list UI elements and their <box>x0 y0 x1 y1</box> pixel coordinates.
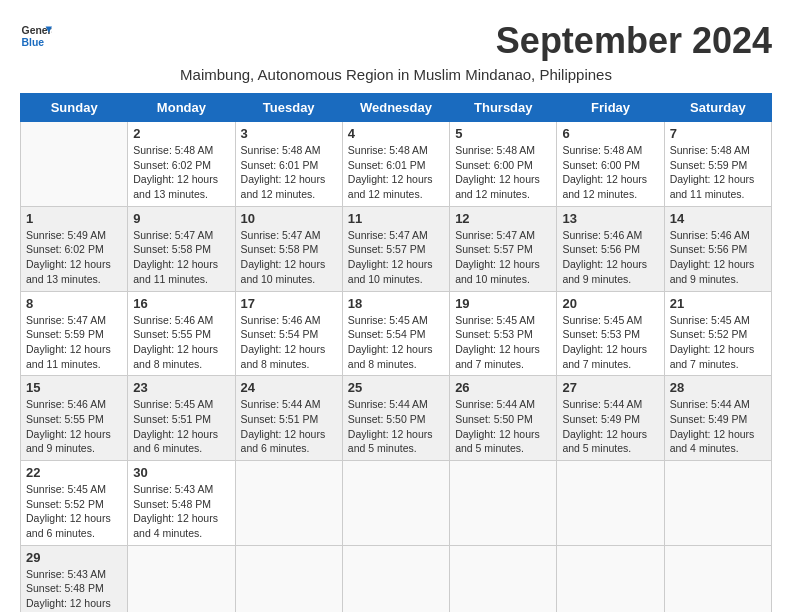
calendar-header-row: Sunday Monday Tuesday Wednesday Thursday… <box>21 94 772 122</box>
table-row: 8Sunrise: 5:47 AMSunset: 5:59 PMDaylight… <box>21 291 128 376</box>
table-row: 25Sunrise: 5:44 AMSunset: 5:50 PMDayligh… <box>342 376 449 461</box>
table-row <box>557 461 664 546</box>
table-row: 16Sunrise: 5:46 AMSunset: 5:55 PMDayligh… <box>128 291 235 376</box>
table-row: 28Sunrise: 5:44 AMSunset: 5:49 PMDayligh… <box>664 376 771 461</box>
day-info: Sunrise: 5:47 AMSunset: 5:57 PMDaylight:… <box>455 228 551 287</box>
day-number: 15 <box>26 380 122 395</box>
day-number: 16 <box>133 296 229 311</box>
day-info: Sunrise: 5:43 AMSunset: 5:48 PMDaylight:… <box>133 482 229 541</box>
day-number: 18 <box>348 296 444 311</box>
table-row: 23Sunrise: 5:45 AMSunset: 5:51 PMDayligh… <box>128 376 235 461</box>
table-row: 5Sunrise: 5:48 AMSunset: 6:00 PMDaylight… <box>450 122 557 207</box>
table-row: 19Sunrise: 5:45 AMSunset: 5:53 PMDayligh… <box>450 291 557 376</box>
table-row: 4Sunrise: 5:48 AMSunset: 6:01 PMDaylight… <box>342 122 449 207</box>
day-number: 7 <box>670 126 766 141</box>
day-info: Sunrise: 5:44 AMSunset: 5:50 PMDaylight:… <box>455 397 551 456</box>
day-info: Sunrise: 5:46 AMSunset: 5:55 PMDaylight:… <box>133 313 229 372</box>
table-row: 11Sunrise: 5:47 AMSunset: 5:57 PMDayligh… <box>342 206 449 291</box>
logo-icon: General Blue <box>20 20 52 52</box>
table-row: 12Sunrise: 5:47 AMSunset: 5:57 PMDayligh… <box>450 206 557 291</box>
col-wednesday: Wednesday <box>342 94 449 122</box>
subtitle: Maimbung, Autonomous Region in Muslim Mi… <box>20 66 772 83</box>
svg-text:Blue: Blue <box>22 37 45 48</box>
day-number: 30 <box>133 465 229 480</box>
day-info: Sunrise: 5:43 AMSunset: 5:48 PMDaylight:… <box>26 567 122 612</box>
day-info: Sunrise: 5:44 AMSunset: 5:51 PMDaylight:… <box>241 397 337 456</box>
table-row: 26Sunrise: 5:44 AMSunset: 5:50 PMDayligh… <box>450 376 557 461</box>
calendar-week-row: 2Sunrise: 5:48 AMSunset: 6:02 PMDaylight… <box>21 122 772 207</box>
day-number: 17 <box>241 296 337 311</box>
table-row: 20Sunrise: 5:45 AMSunset: 5:53 PMDayligh… <box>557 291 664 376</box>
table-row <box>557 545 664 612</box>
day-info: Sunrise: 5:48 AMSunset: 6:00 PMDaylight:… <box>562 143 658 202</box>
month-title: September 2024 <box>496 20 772 62</box>
logo: General Blue <box>20 20 52 52</box>
table-row <box>235 461 342 546</box>
calendar-week-row: 8Sunrise: 5:47 AMSunset: 5:59 PMDaylight… <box>21 291 772 376</box>
col-thursday: Thursday <box>450 94 557 122</box>
day-number: 23 <box>133 380 229 395</box>
table-row: 7Sunrise: 5:48 AMSunset: 5:59 PMDaylight… <box>664 122 771 207</box>
day-number: 29 <box>26 550 122 565</box>
day-info: Sunrise: 5:47 AMSunset: 5:58 PMDaylight:… <box>241 228 337 287</box>
day-info: Sunrise: 5:47 AMSunset: 5:57 PMDaylight:… <box>348 228 444 287</box>
day-info: Sunrise: 5:46 AMSunset: 5:56 PMDaylight:… <box>670 228 766 287</box>
table-row: 24Sunrise: 5:44 AMSunset: 5:51 PMDayligh… <box>235 376 342 461</box>
day-info: Sunrise: 5:45 AMSunset: 5:54 PMDaylight:… <box>348 313 444 372</box>
day-info: Sunrise: 5:46 AMSunset: 5:55 PMDaylight:… <box>26 397 122 456</box>
calendar-week-row: 15Sunrise: 5:46 AMSunset: 5:55 PMDayligh… <box>21 376 772 461</box>
calendar-week-row: 1Sunrise: 5:49 AMSunset: 6:02 PMDaylight… <box>21 206 772 291</box>
day-number: 24 <box>241 380 337 395</box>
calendar-table: Sunday Monday Tuesday Wednesday Thursday… <box>20 93 772 612</box>
table-row: 10Sunrise: 5:47 AMSunset: 5:58 PMDayligh… <box>235 206 342 291</box>
day-info: Sunrise: 5:48 AMSunset: 6:01 PMDaylight:… <box>348 143 444 202</box>
day-number: 20 <box>562 296 658 311</box>
table-row: 29Sunrise: 5:43 AMSunset: 5:48 PMDayligh… <box>21 545 128 612</box>
day-number: 28 <box>670 380 766 395</box>
day-number: 26 <box>455 380 551 395</box>
day-number: 22 <box>26 465 122 480</box>
day-info: Sunrise: 5:48 AMSunset: 6:00 PMDaylight:… <box>455 143 551 202</box>
day-number: 5 <box>455 126 551 141</box>
day-info: Sunrise: 5:48 AMSunset: 6:02 PMDaylight:… <box>133 143 229 202</box>
day-number: 6 <box>562 126 658 141</box>
day-number: 13 <box>562 211 658 226</box>
day-info: Sunrise: 5:45 AMSunset: 5:52 PMDaylight:… <box>670 313 766 372</box>
day-info: Sunrise: 5:47 AMSunset: 5:59 PMDaylight:… <box>26 313 122 372</box>
day-number: 25 <box>348 380 444 395</box>
col-friday: Friday <box>557 94 664 122</box>
table-row: 30Sunrise: 5:43 AMSunset: 5:48 PMDayligh… <box>128 461 235 546</box>
calendar-week-row: 29Sunrise: 5:43 AMSunset: 5:48 PMDayligh… <box>21 545 772 612</box>
table-row: 2Sunrise: 5:48 AMSunset: 6:02 PMDaylight… <box>128 122 235 207</box>
day-info: Sunrise: 5:47 AMSunset: 5:58 PMDaylight:… <box>133 228 229 287</box>
day-info: Sunrise: 5:48 AMSunset: 5:59 PMDaylight:… <box>670 143 766 202</box>
day-info: Sunrise: 5:44 AMSunset: 5:49 PMDaylight:… <box>670 397 766 456</box>
day-number: 3 <box>241 126 337 141</box>
day-number: 27 <box>562 380 658 395</box>
header: General Blue September 2024 <box>20 20 772 62</box>
day-number: 8 <box>26 296 122 311</box>
day-number: 21 <box>670 296 766 311</box>
day-info: Sunrise: 5:45 AMSunset: 5:51 PMDaylight:… <box>133 397 229 456</box>
day-info: Sunrise: 5:44 AMSunset: 5:49 PMDaylight:… <box>562 397 658 456</box>
table-row <box>342 461 449 546</box>
table-row: 6Sunrise: 5:48 AMSunset: 6:00 PMDaylight… <box>557 122 664 207</box>
day-info: Sunrise: 5:45 AMSunset: 5:53 PMDaylight:… <box>455 313 551 372</box>
table-row: 15Sunrise: 5:46 AMSunset: 5:55 PMDayligh… <box>21 376 128 461</box>
table-row: 1Sunrise: 5:49 AMSunset: 6:02 PMDaylight… <box>21 206 128 291</box>
table-row <box>450 461 557 546</box>
table-row: 27Sunrise: 5:44 AMSunset: 5:49 PMDayligh… <box>557 376 664 461</box>
day-info: Sunrise: 5:48 AMSunset: 6:01 PMDaylight:… <box>241 143 337 202</box>
table-row: 3Sunrise: 5:48 AMSunset: 6:01 PMDaylight… <box>235 122 342 207</box>
day-info: Sunrise: 5:46 AMSunset: 5:54 PMDaylight:… <box>241 313 337 372</box>
table-row <box>21 122 128 207</box>
day-info: Sunrise: 5:49 AMSunset: 6:02 PMDaylight:… <box>26 228 122 287</box>
col-saturday: Saturday <box>664 94 771 122</box>
table-row: 13Sunrise: 5:46 AMSunset: 5:56 PMDayligh… <box>557 206 664 291</box>
day-number: 9 <box>133 211 229 226</box>
table-row <box>664 545 771 612</box>
table-row <box>235 545 342 612</box>
day-info: Sunrise: 5:45 AMSunset: 5:52 PMDaylight:… <box>26 482 122 541</box>
day-number: 11 <box>348 211 444 226</box>
table-row <box>664 461 771 546</box>
